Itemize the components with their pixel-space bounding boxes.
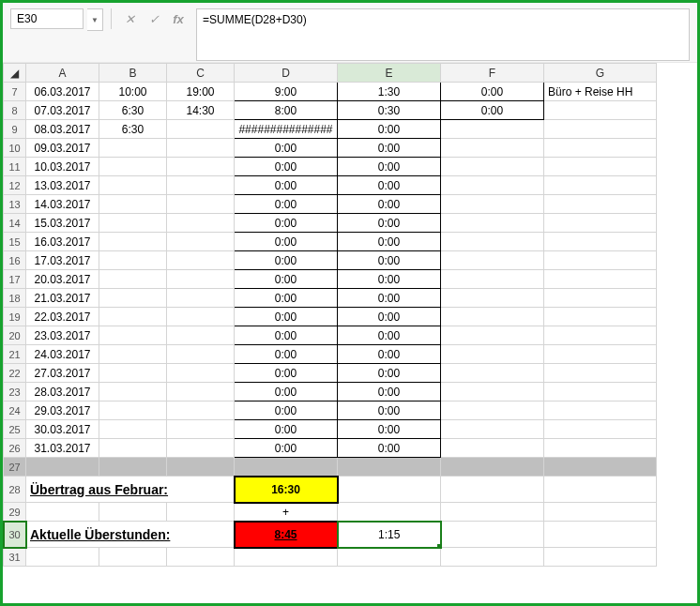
- cell[interactable]: 22.03.2017: [26, 308, 99, 326]
- cell[interactable]: [544, 364, 657, 383]
- cell[interactable]: [167, 503, 235, 522]
- cell[interactable]: [167, 139, 235, 158]
- cell[interactable]: 16.03.2017: [26, 233, 99, 251]
- row-header[interactable]: 22: [4, 364, 26, 383]
- cell[interactable]: 23.03.2017: [26, 326, 99, 345]
- cell[interactable]: 0:00: [338, 251, 441, 270]
- cell[interactable]: 0:00: [235, 158, 338, 176]
- cell[interactable]: 13.03.2017: [26, 176, 99, 195]
- cancel-icon[interactable]: ✕: [119, 8, 140, 29]
- cell[interactable]: 0:00: [338, 289, 441, 308]
- cell[interactable]: 28.03.2017: [26, 383, 99, 401]
- cell[interactable]: [99, 214, 167, 233]
- cell[interactable]: 08.03.2017: [26, 120, 99, 139]
- name-box-dropdown[interactable]: ▼: [87, 8, 103, 31]
- cell[interactable]: [441, 251, 544, 270]
- cell[interactable]: [338, 503, 441, 522]
- cell[interactable]: [167, 383, 235, 401]
- cell[interactable]: [99, 420, 167, 439]
- cell[interactable]: 07.03.2017: [26, 101, 99, 120]
- cell[interactable]: 15.03.2017: [26, 214, 99, 233]
- cell[interactable]: [441, 458, 544, 477]
- cell[interactable]: [544, 503, 657, 522]
- cell[interactable]: 0:00: [338, 158, 441, 176]
- cell[interactable]: [544, 101, 657, 120]
- cell[interactable]: [99, 548, 167, 567]
- row-header[interactable]: 8: [4, 101, 26, 120]
- formula-input[interactable]: =SUMME(D28+D30): [196, 8, 690, 61]
- row-header[interactable]: 19: [4, 308, 26, 326]
- fx-icon[interactable]: fx: [168, 8, 189, 29]
- cell[interactable]: [544, 251, 657, 270]
- cell[interactable]: [544, 233, 657, 251]
- row-header[interactable]: 17: [4, 270, 26, 289]
- cell[interactable]: [544, 345, 657, 364]
- cell[interactable]: [99, 401, 167, 420]
- fill-handle[interactable]: [437, 544, 441, 548]
- cell[interactable]: 0:00: [338, 270, 441, 289]
- cell[interactable]: [544, 139, 657, 158]
- cell[interactable]: [441, 214, 544, 233]
- cell[interactable]: 19:00: [167, 83, 235, 101]
- cell[interactable]: [167, 120, 235, 139]
- cell[interactable]: [99, 326, 167, 345]
- cell[interactable]: [441, 439, 544, 458]
- cell[interactable]: [338, 477, 441, 503]
- col-header-E[interactable]: E: [338, 64, 441, 83]
- cell[interactable]: 0:00: [338, 233, 441, 251]
- cell[interactable]: 6:30: [99, 120, 167, 139]
- cell[interactable]: ###############: [235, 120, 338, 139]
- cell[interactable]: 0:00: [338, 420, 441, 439]
- cell[interactable]: 0:00: [441, 101, 544, 120]
- cell[interactable]: 0:00: [338, 176, 441, 195]
- cell[interactable]: [167, 233, 235, 251]
- cell[interactable]: 0:00: [338, 195, 441, 214]
- cell[interactable]: [99, 139, 167, 158]
- cell[interactable]: 0:00: [235, 364, 338, 383]
- cell[interactable]: [26, 503, 99, 522]
- cell[interactable]: 0:00: [235, 270, 338, 289]
- cell[interactable]: [167, 326, 235, 345]
- cell[interactable]: [441, 120, 544, 139]
- grid[interactable]: ◢ A B C D E F G 706.03.201710:0019:009:0…: [3, 63, 657, 567]
- cell[interactable]: [99, 233, 167, 251]
- cell[interactable]: 20.03.2017: [26, 270, 99, 289]
- cell[interactable]: 0:00: [338, 139, 441, 158]
- cell[interactable]: [235, 458, 338, 477]
- cell[interactable]: [167, 364, 235, 383]
- cell[interactable]: 31.03.2017: [26, 439, 99, 458]
- cell[interactable]: 14.03.2017: [26, 195, 99, 214]
- row-header[interactable]: 27: [4, 458, 26, 477]
- cell[interactable]: [26, 548, 99, 567]
- cell[interactable]: 0:00: [235, 251, 338, 270]
- cell[interactable]: [441, 548, 544, 567]
- row-header[interactable]: 30: [4, 522, 26, 548]
- cell[interactable]: [544, 195, 657, 214]
- row-header[interactable]: 20: [4, 326, 26, 345]
- cell[interactable]: 0:00: [338, 401, 441, 420]
- cell[interactable]: 0:00: [338, 214, 441, 233]
- cell[interactable]: [544, 120, 657, 139]
- cell[interactable]: 09.03.2017: [26, 139, 99, 158]
- cell[interactable]: [99, 345, 167, 364]
- cell[interactable]: [441, 158, 544, 176]
- cell[interactable]: [26, 458, 99, 477]
- row-header[interactable]: 26: [4, 439, 26, 458]
- cell[interactable]: [544, 477, 657, 503]
- cell[interactable]: [441, 270, 544, 289]
- col-header-A[interactable]: A: [26, 64, 99, 83]
- cell[interactable]: 0:00: [235, 401, 338, 420]
- cell[interactable]: Büro + Reise HH: [544, 83, 657, 101]
- cell[interactable]: [99, 176, 167, 195]
- cell[interactable]: 0:00: [235, 439, 338, 458]
- col-header-B[interactable]: B: [99, 64, 167, 83]
- cell[interactable]: 29.03.2017: [26, 401, 99, 420]
- col-header-G[interactable]: G: [544, 64, 657, 83]
- cell[interactable]: 0:00: [338, 326, 441, 345]
- cell[interactable]: 0:00: [235, 326, 338, 345]
- cell[interactable]: 0:00: [235, 383, 338, 401]
- cell[interactable]: [167, 401, 235, 420]
- row-header[interactable]: 18: [4, 289, 26, 308]
- col-header-C[interactable]: C: [167, 64, 235, 83]
- row-header[interactable]: 10: [4, 139, 26, 158]
